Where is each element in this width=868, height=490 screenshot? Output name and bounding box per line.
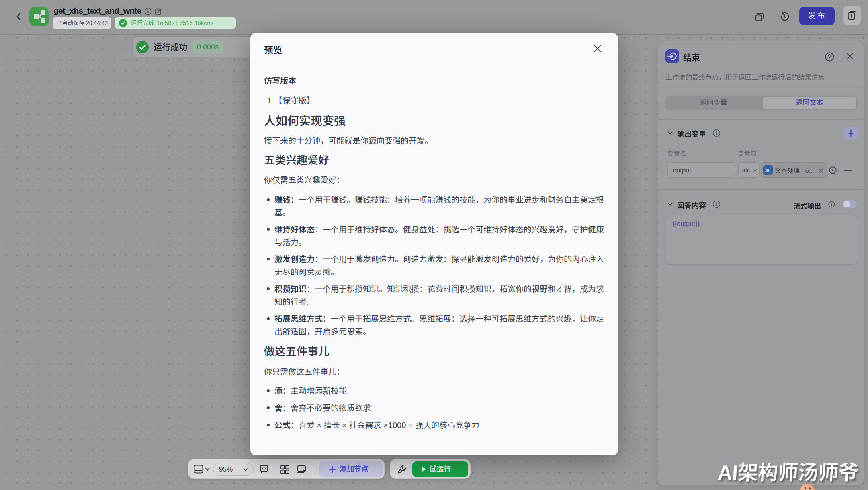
svg-text:Str: Str bbox=[765, 168, 771, 173]
